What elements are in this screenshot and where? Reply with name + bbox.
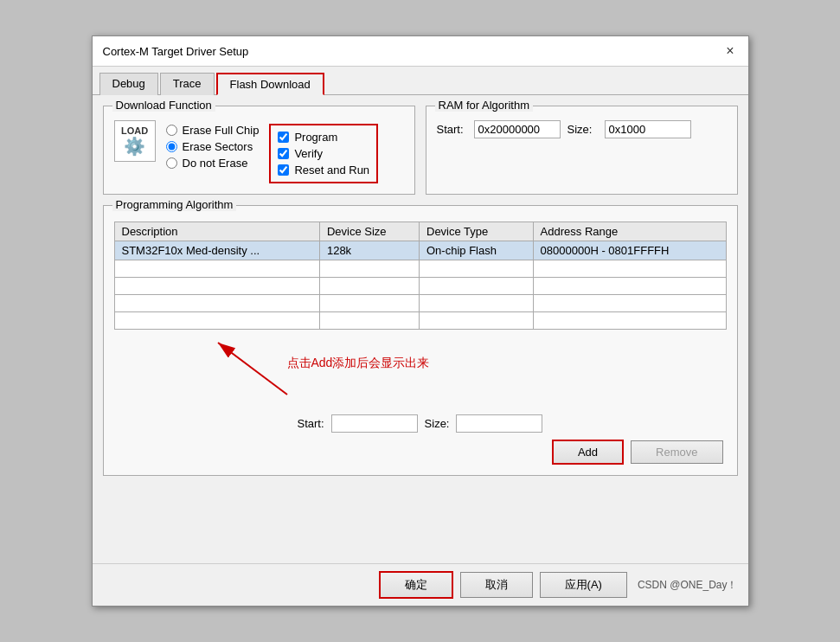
title-bar: Cortex-M Target Driver Setup ×: [93, 36, 748, 67]
main-window: Cortex-M Target Driver Setup × Debug Tra…: [92, 35, 749, 607]
ram-start-input[interactable]: [474, 120, 561, 138]
top-section: Download Function LOAD ⚙️ Erase Full Chi…: [103, 106, 738, 205]
prog-algo-content: Description Device Size Device Type Addr…: [114, 221, 727, 465]
confirm-button[interactable]: 确定: [379, 571, 453, 599]
erase-radio-group: Erase Full Chip Erase Sectors Do not Era…: [166, 124, 260, 183]
add-button[interactable]: Add: [552, 440, 624, 465]
tab-bar: Debug Trace Flash Download: [93, 67, 748, 95]
annotation-text: 点击Add添加后会显示出来: [287, 356, 430, 371]
erase-sectors-radio[interactable]: [166, 141, 177, 152]
start-size-row: Start: Size:: [114, 414, 727, 433]
ram-size-label: Size:: [567, 123, 598, 136]
download-function-group: Download Function LOAD ⚙️ Erase Full Chi…: [103, 106, 415, 195]
cell-address-range: 08000000H - 0801FFFFH: [533, 241, 726, 260]
verify-option[interactable]: Verify: [278, 147, 369, 160]
window-title: Cortex-M Target Driver Setup: [103, 45, 249, 58]
erase-sectors-option[interactable]: Erase Sectors: [166, 140, 260, 153]
col-device-size: Device Size: [319, 222, 419, 241]
program-option[interactable]: Program: [278, 131, 369, 144]
reset-and-run-option[interactable]: Reset and Run: [278, 164, 369, 177]
svg-line-1: [218, 343, 287, 395]
erase-full-chip-radio[interactable]: [166, 125, 177, 136]
program-checkbox[interactable]: [278, 132, 289, 143]
cell-description: STM32F10x Med-density ...: [114, 241, 319, 260]
main-content: Download Function LOAD ⚙️ Erase Full Chi…: [93, 95, 748, 563]
ram-size-input[interactable]: [605, 120, 691, 138]
download-function-title: Download Function: [112, 99, 215, 112]
table-row-empty-1: [114, 260, 726, 278]
ram-for-algorithm-title: RAM for Algorithm: [435, 99, 533, 112]
cancel-button[interactable]: 取消: [460, 572, 533, 598]
tab-debug[interactable]: Debug: [99, 73, 158, 95]
do-not-erase-option[interactable]: Do not Erase: [166, 157, 260, 170]
start-label: Start:: [298, 417, 324, 430]
footer: 确定 取消 应用(A) CSDN @ONE_Day！: [93, 563, 748, 606]
tab-trace[interactable]: Trace: [160, 73, 215, 95]
cell-device-size: 128k: [319, 241, 419, 260]
program-options-group: Program Verify Reset and Run: [269, 124, 378, 183]
size-input[interactable]: [456, 414, 542, 433]
table-row-empty-2: [114, 278, 726, 295]
load-icon: LOAD ⚙️: [114, 120, 156, 162]
add-remove-row: Add Remove: [114, 440, 727, 465]
erase-full-chip-option[interactable]: Erase Full Chip: [166, 124, 260, 137]
ram-start-row: Start: Size:: [437, 120, 727, 138]
annotation-container: 点击Add添加后会显示出来: [114, 330, 727, 408]
reset-and-run-checkbox[interactable]: [278, 164, 289, 176]
tab-flash-download[interactable]: Flash Download: [216, 73, 324, 95]
do-not-erase-radio[interactable]: [166, 157, 177, 169]
table-row-empty-3: [114, 295, 726, 312]
col-description: Description: [114, 222, 319, 241]
programming-algorithm-group: Programming Algorithm Description Device…: [103, 205, 738, 476]
col-address-range: Address Range: [533, 222, 726, 241]
programming-algorithm-title: Programming Algorithm: [112, 198, 237, 211]
ram-fields: Start: Size:: [437, 120, 727, 138]
apply-button[interactable]: 应用(A): [540, 572, 627, 598]
cell-device-type: On-chip Flash: [420, 241, 534, 260]
ram-for-algorithm-group: RAM for Algorithm Start: Size:: [426, 106, 738, 195]
csdn-watermark: CSDN @ONE_Day！: [638, 578, 738, 593]
col-device-type: Device Type: [420, 222, 534, 241]
close-button[interactable]: ×: [722, 43, 737, 59]
verify-checkbox[interactable]: [278, 148, 289, 159]
start-input[interactable]: [331, 414, 418, 433]
table-row[interactable]: STM32F10x Med-density ... 128k On-chip F…: [114, 241, 726, 260]
download-function-inner: LOAD ⚙️ Erase Full Chip Erase Sectors: [114, 120, 404, 183]
programming-algorithm-table: Description Device Size Device Type Addr…: [114, 221, 727, 330]
ram-start-label: Start:: [437, 123, 467, 136]
table-row-empty-4: [114, 312, 726, 330]
remove-button[interactable]: Remove: [631, 440, 722, 464]
size-label: Size:: [425, 417, 450, 430]
